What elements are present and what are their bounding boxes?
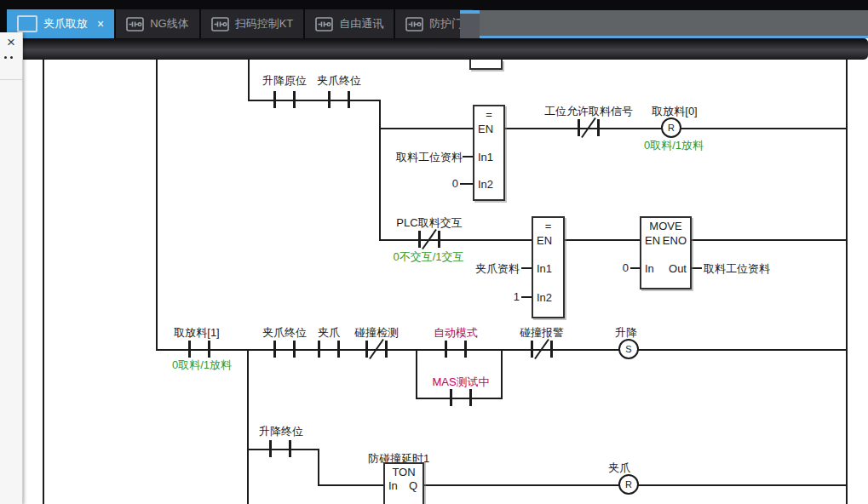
contact-nc[interactable] [418,231,440,248]
close-panel-icon[interactable]: × [0,33,22,52]
collapsed-toolbar [0,38,868,60]
wire-stub [460,183,473,185]
wire-segment [565,239,640,241]
compare-eq-block[interactable]: = EN In1 In2 [473,105,505,201]
ladder-network: 升降原位 夹爪终位 = EN In1 In2 取料工位资料 0 工位允许取料信号… [0,60,868,504]
contact-no[interactable] [273,91,296,108]
tab-label: NG线体 [150,16,189,32]
wire-segment [248,60,250,100]
wire-stub [521,267,532,269]
block-port: In [645,262,654,275]
contact-nc[interactable] [578,119,600,136]
contact-label: 碰撞检测 [354,325,399,341]
side-panel: × [0,32,23,504]
block-port: EN [537,234,552,247]
contact-no[interactable] [450,389,472,406]
contact-label: 工位允许取料信号 [544,104,633,119]
operand-label: 1 [514,290,520,303]
plc-editor-window: 升降原位 夹爪终位 = EN In1 In2 取料工位资料 0 工位允许取料信号… [0,0,868,504]
wire-segment [318,484,383,486]
ladder-canvas[interactable]: 升降原位 夹爪终位 = EN In1 In2 取料工位资料 0 工位允许取料信号… [0,60,868,504]
operand-label: 0 [623,261,629,274]
tab-label: 扫码控制KT [235,16,294,32]
tab-ng-line[interactable]: NG线体 [116,9,199,38]
contact-label: 夹爪终位 [317,73,361,89]
block-title: = [533,220,563,232]
wire-segment [501,349,503,399]
block-port: In1 [537,262,552,275]
wire-right-rail [846,60,848,504]
ladder-program-icon [315,17,333,32]
operand-label: 夹爪资料 [475,261,520,277]
coil-comment: 0取料/1放料 [644,138,704,153]
block-port: ENO [663,234,687,247]
tab-strip-edge-button [460,10,480,38]
coil-set[interactable]: S [618,339,639,359]
contact-label: PLC取料交互 [396,215,462,231]
tab-free-comm[interactable]: 自由通讯 [305,9,394,38]
wire-segment [692,239,846,241]
wire-segment [156,60,158,351]
wire-segment [416,349,417,399]
operand-label: 取料工位资料 [396,150,463,165]
panel-divider [0,79,22,80]
ton-timer-block[interactable]: TON In Q [383,462,424,504]
wire-segment [379,100,381,241]
tab-label: 夹爪取放 [43,16,88,32]
block-port: EN [478,123,493,135]
compare-eq-block[interactable]: = EN In1 In2 [532,216,565,318]
contact-nc[interactable] [531,341,553,358]
block-port: Out [669,262,687,275]
operand-label: 取料工位资料 [704,261,770,277]
contact-no[interactable] [318,341,340,358]
coil-label: 取放料[0] [652,104,697,119]
close-tab-icon[interactable]: × [97,17,104,31]
contact-no[interactable] [328,91,350,108]
tab-scan-control[interactable]: 扫码控制KT [201,9,304,38]
contact-label: 取放料[1] [174,325,219,341]
wire-left-rail [43,60,44,504]
block-port: In2 [537,291,552,304]
tab-label: 防护门 [429,16,463,32]
contact-label: 升降终位 [259,424,303,439]
wire-segment [247,349,249,504]
block-port: In2 [478,178,493,191]
contact-label: 夹爪 [318,325,340,341]
contact-label: 自动模式 [434,325,478,341]
wire-segment [379,128,473,129]
move-block[interactable]: MOVE EN ENO In Out [640,216,692,289]
contact-no[interactable] [188,341,210,358]
contact-comment: 0取料/1放料 [172,358,232,373]
contact-nc[interactable] [365,341,388,358]
contact-no[interactable] [445,341,467,358]
wire-stub [630,267,640,269]
contact-no[interactable] [269,440,291,457]
operand-label: 0 [452,177,458,190]
tab-label: 自由通讯 [339,16,383,32]
wire-segment [379,239,532,241]
wire-segment [318,449,319,486]
contact-no[interactable] [273,341,296,358]
block-port: Q [409,479,417,492]
block-title: = [474,108,503,121]
wire-stub [521,296,532,298]
tab-strip-filler [460,10,868,38]
coil-reset[interactable]: R [661,117,681,138]
overflow-dots-icon[interactable] [3,56,17,60]
wire-stub [692,267,702,269]
contact-comment: 0不交互/1交互 [393,249,463,265]
coil-reset[interactable]: R [618,474,639,495]
block-port: In [388,479,398,492]
block-port: In1 [478,151,493,163]
ladder-program-icon [126,17,144,32]
partial-block[interactable] [469,60,503,70]
contact-label: 升降原位 [262,73,307,89]
block-port: EN [645,234,660,247]
contact-label: MAS测试中 [432,375,489,390]
ladder-program-icon [405,17,423,32]
block-title: MOVE [641,220,690,232]
contact-label: 碰撞报警 [520,325,564,341]
wire-stub [463,156,473,158]
contact-label: 夹爪终位 [262,325,307,341]
block-title: TON [385,466,423,478]
